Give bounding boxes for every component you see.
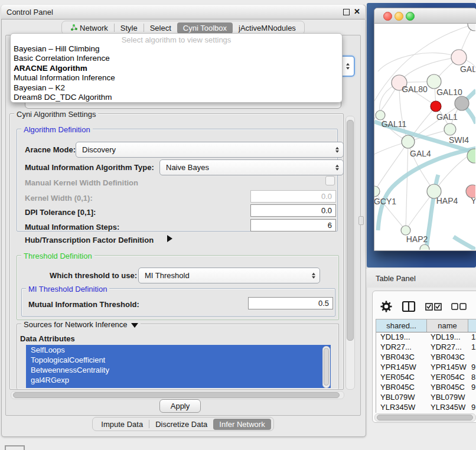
column-header[interactable]: A <box>468 319 476 332</box>
float-window-icon[interactable] <box>343 9 350 15</box>
attribute-list-item[interactable]: SelfLoops <box>26 345 331 355</box>
manual-kernel-width-checkbox <box>325 176 335 185</box>
scrollbar-thumb[interactable] <box>347 120 354 341</box>
table-cell: 9. <box>467 383 476 393</box>
table-cell: 8. <box>467 373 476 383</box>
table-cell: YDR27... <box>426 343 467 353</box>
tab-discretize-data[interactable]: Discretize Data <box>149 419 213 430</box>
aracne-mode-combo[interactable]: Discovery <box>76 142 344 158</box>
dropdown-item[interactable]: Basic Correlation Inference <box>11 54 342 63</box>
network-window-titlebar[interactable] <box>374 8 476 24</box>
table-row[interactable]: YLR345WYLR345W9. <box>376 403 476 413</box>
network-node[interactable] <box>468 24 475 31</box>
table-row[interactable]: YBL079WYBL079W <box>376 393 476 403</box>
dropdown-item[interactable]: Bayesian – Hill Climbing <box>11 44 342 54</box>
attribute-list-scrollbar[interactable] <box>322 346 330 388</box>
table-row[interactable]: YER054CYER054C8. <box>376 373 476 383</box>
close-traffic-light-icon[interactable] <box>383 12 392 21</box>
table-cell: 13 <box>467 332 476 343</box>
table-row[interactable]: YDL19...YDL19...13 <box>376 332 476 343</box>
dropdown-item[interactable]: Bayesian – K2 <box>11 83 342 93</box>
settings-vertical-scrollbar[interactable] <box>345 116 355 390</box>
tab-infer-network[interactable]: Infer Network <box>213 419 270 430</box>
apply-button[interactable]: Apply <box>159 399 201 413</box>
network-node[interactable] <box>376 110 385 120</box>
sources-group-title[interactable]: Sources for Network Inference <box>21 320 141 329</box>
network-edge <box>374 142 408 191</box>
table-cell: YER054C <box>376 373 426 383</box>
mi-threshold-definition-title: MI Threshold Definition <box>26 285 109 294</box>
scrollbar-thumb[interactable] <box>13 392 340 398</box>
expander-arrow-icon[interactable] <box>167 235 172 242</box>
mi-steps-field[interactable]: 6 <box>250 219 336 231</box>
table-row[interactable]: YBR045CYBR045C9. <box>376 383 476 393</box>
node-label: GCY1 <box>374 197 396 206</box>
network-edge-highlighted <box>454 237 475 250</box>
mutual-information-threshold-field[interactable]: 0.5 <box>248 297 333 309</box>
node-label: SWI4 <box>449 135 469 145</box>
table-cell: 12 <box>467 343 476 353</box>
hub-expander-label[interactable]: Hub/Transcription Factor Definition <box>25 236 154 244</box>
select-all-icon[interactable] <box>425 303 442 311</box>
tab-select[interactable]: Select <box>144 22 177 34</box>
which-threshold-combo[interactable]: MI Threshold <box>138 268 320 283</box>
dpi-tolerance-label: DPI Tolerance [0,1]: <box>25 208 96 217</box>
zoom-traffic-light-icon[interactable] <box>406 12 415 21</box>
gear-icon[interactable] <box>380 301 392 312</box>
table-panel-titlebar[interactable]: Table Panel <box>366 269 476 288</box>
network-node[interactable] <box>427 74 441 89</box>
column-header[interactable]: shared... <box>376 319 427 332</box>
network-canvas[interactable]: GALGAL80GAL10GAL1GAL11SWI4GAL4GCY1HAP4YH… <box>374 24 475 250</box>
deselect-all-icon[interactable] <box>451 303 467 310</box>
combo-spinner-icon <box>312 272 315 279</box>
scrollbar-thumb[interactable] <box>324 348 329 386</box>
node-label: Y <box>471 196 475 206</box>
node-table: shared...nameAYDL19...YDL19...13YDR27...… <box>376 319 476 413</box>
close-panel-icon[interactable]: ✕ <box>354 7 360 16</box>
network-edge <box>406 142 408 230</box>
panel-splitter-handle[interactable] <box>358 216 364 225</box>
tab-style[interactable]: Style <box>115 22 144 34</box>
dropdown-item[interactable]: Dream8 DC_TDC Algorithm <box>11 93 342 102</box>
network-node[interactable] <box>401 226 410 235</box>
tab-impute-data[interactable]: Impute Data <box>95 419 149 430</box>
network-node[interactable] <box>431 101 441 112</box>
network-node[interactable] <box>374 186 380 197</box>
tab-label: Style <box>120 24 138 32</box>
table-row[interactable]: YPR145WYPR145W9. <box>376 363 476 373</box>
column-header[interactable]: name <box>427 319 468 332</box>
control-panel-titlebar[interactable]: Control Panel ✕ <box>1 5 365 19</box>
table-horizontal-scrollbar[interactable] <box>374 413 476 422</box>
network-node[interactable] <box>451 50 467 65</box>
dpi-tolerance-field[interactable]: 0.0 <box>250 204 336 217</box>
mi-algorithm-type-combo[interactable]: Naive Bayes <box>159 159 344 175</box>
attribute-list-item[interactable]: BetweennessCentrality <box>26 365 331 375</box>
scrollbar-thumb[interactable] <box>377 415 473 420</box>
network-node[interactable] <box>455 96 469 110</box>
tab-jactivemnodules[interactable]: jActiveMNodules <box>233 22 302 34</box>
settings-horizontal-scrollbar[interactable] <box>11 391 344 399</box>
network-node[interactable] <box>402 135 415 148</box>
data-attributes-list: SelfLoopsTopologicalCoefficientBetweenne… <box>26 345 331 388</box>
node-label: GAL10 <box>436 87 462 97</box>
tab-label: Infer Network <box>219 420 265 429</box>
network-edge <box>378 53 459 71</box>
table-cell: YER054C <box>426 373 467 383</box>
node-label: GAL4 <box>410 149 431 158</box>
table-row[interactable]: YBR043CYBR043C <box>376 353 476 363</box>
split-view-icon[interactable] <box>402 301 416 312</box>
attribute-list-item[interactable]: TopologicalCoefficient <box>26 355 331 365</box>
minimize-traffic-light-icon[interactable] <box>395 12 403 21</box>
dropdown-item[interactable]: Mutual Information Inference <box>11 73 342 83</box>
network-node[interactable] <box>444 123 456 135</box>
tab-cyni-toolbox[interactable]: Cyni Toolbox <box>177 22 233 34</box>
dropdown-items: Bayesian – Hill ClimbingBasic Correlatio… <box>11 44 342 102</box>
algorithm-definition-title: Algorithm Definition <box>21 125 93 134</box>
tab-label: Cyni Toolbox <box>183 24 227 32</box>
minimized-panel-button[interactable] <box>5 445 25 450</box>
tab-network[interactable]: Network <box>64 22 114 34</box>
table-row[interactable]: YDR27...YDR27...12 <box>376 343 476 353</box>
attribute-list-item[interactable]: gal4RGexp <box>26 375 331 385</box>
dropdown-item[interactable]: ARACNE Algorithm <box>11 64 342 73</box>
table-cell: 9. <box>467 403 476 413</box>
